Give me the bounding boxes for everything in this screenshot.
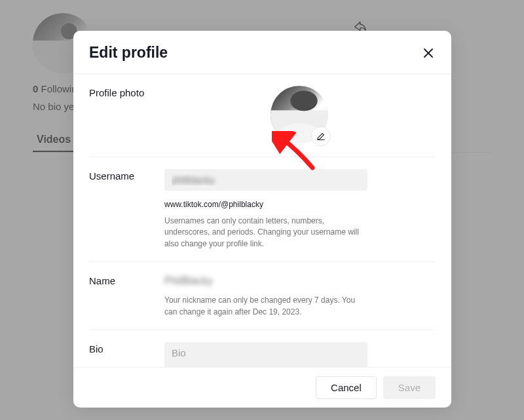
profile-photo-container: [271, 86, 329, 145]
profile-url: www.tiktok.com/@philblacky: [164, 200, 367, 209]
save-button[interactable]: Save: [383, 376, 436, 399]
section-username: Username www.tiktok.com/@philblacky User…: [89, 157, 436, 262]
close-button[interactable]: [421, 46, 436, 60]
name-value: PhilBlacky: [164, 274, 367, 288]
username-label: Username: [89, 169, 164, 181]
profile-photo-label: Profile photo: [89, 86, 164, 98]
cancel-button[interactable]: Cancel: [316, 376, 377, 399]
edit-photo-button[interactable]: [311, 126, 331, 146]
pencil-icon: [316, 132, 326, 141]
modal-footer: Cancel Save: [73, 367, 451, 408]
username-input[interactable]: [164, 169, 367, 191]
bio-textarea[interactable]: [164, 342, 367, 367]
modal-body: Profile photo Username www.tiktok: [73, 74, 451, 367]
modal-header: Edit profile: [73, 31, 451, 74]
username-help-text: Usernames can only contain letters, numb…: [164, 216, 367, 250]
section-name: Name PhilBlacky Your nickname can only b…: [89, 262, 436, 330]
edit-profile-modal: Edit profile Profile photo: [73, 31, 451, 408]
modal-title: Edit profile: [89, 44, 168, 62]
close-icon: [422, 47, 434, 59]
name-help-text: Your nickname can only be changed every …: [164, 295, 367, 318]
section-profile-photo: Profile photo: [89, 74, 436, 157]
section-bio: Bio 0/80: [89, 330, 436, 367]
name-label: Name: [89, 274, 164, 286]
bio-label: Bio: [89, 342, 164, 354]
